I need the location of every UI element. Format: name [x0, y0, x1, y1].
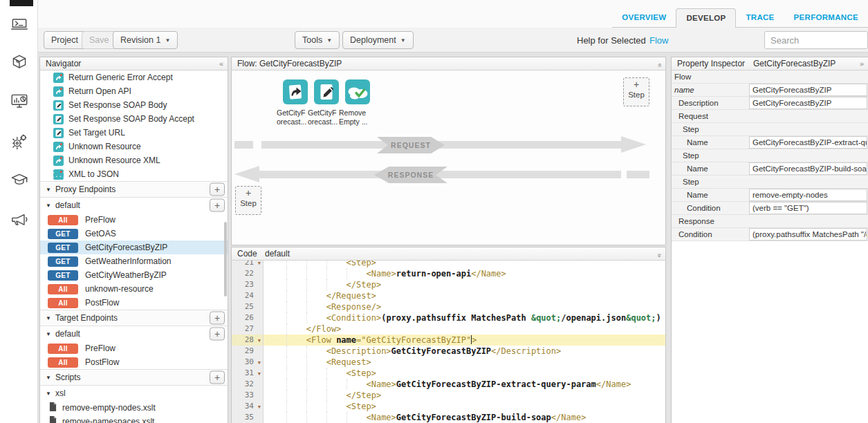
code-line[interactable]: 22<Name>return-open-api</Name> — [232, 268, 665, 279]
edit-step-icon[interactable] — [314, 79, 339, 104]
code-line[interactable]: 24</Request> — [232, 290, 665, 301]
navigator-file-item[interactable]: remove-namespaces.xslt — [40, 415, 228, 423]
flow-label: GetWeatherInformation — [85, 256, 172, 266]
add-button[interactable]: + — [210, 312, 225, 325]
megaphone-icon[interactable] — [9, 209, 30, 229]
tools-button[interactable]: Tools▼ — [295, 31, 340, 49]
code-line[interactable]: 32<Name>GetCityForecastByZIP-extract-que… — [232, 379, 665, 390]
code-token: </Flow> — [306, 324, 342, 334]
code-token: <Name> — [366, 413, 396, 422]
property-value[interactable]: GetCityForecastByZIP — [749, 97, 867, 109]
help-flow-link[interactable]: Flow — [649, 35, 668, 46]
policy-label: Set Response SOAP Body — [68, 100, 167, 110]
navigator-policy-item[interactable]: Set Response SOAP Body Accept — [40, 112, 228, 126]
fold-arrow-icon[interactable]: ▼ — [258, 402, 261, 413]
property-value[interactable]: (verb == "GET") — [749, 202, 867, 214]
code-line[interactable]: 34▼<Step> — [232, 401, 665, 412]
navigator-flow-preflow[interactable]: AllPreFlow — [40, 213, 228, 227]
add-button[interactable]: + — [210, 199, 225, 212]
add-step-request-button[interactable]: + Step — [623, 77, 649, 106]
add-button[interactable]: + — [210, 328, 225, 341]
code-line[interactable]: 23</Step> — [232, 279, 665, 290]
code-line[interactable]: 26<Condition>(proxy.pathsuffix MatchesPa… — [232, 312, 665, 323]
navigator-policy-item[interactable]: Set Response SOAP Body — [40, 98, 228, 112]
policy-label: Unknown Resource — [68, 142, 141, 151]
fold-arrow-icon[interactable]: ▼ — [258, 335, 261, 346]
tab-develop[interactable]: DEVELOP — [676, 8, 736, 28]
navigator-group-xsl[interactable]: ▼xsl — [40, 386, 228, 401]
navigator-group-default[interactable]: ▼default+ — [40, 198, 228, 213]
indent-guide — [266, 301, 286, 312]
navigator-flow-preflow[interactable]: AllPreFlow — [40, 341, 228, 355]
package-icon[interactable] — [9, 53, 30, 73]
navigator-title: Navigator — [46, 59, 81, 68]
indent-guide — [266, 357, 286, 368]
code-editor[interactable]: 21▼<Step>22<Name>return-open-api</Name>2… — [232, 261, 665, 423]
line-number: 28▼ — [232, 335, 264, 346]
save-button[interactable]: Save — [82, 31, 117, 49]
navigator-flow-getweatherinformation[interactable]: GETGetWeatherInformation — [40, 254, 228, 268]
collapse-left-icon[interactable]: « — [219, 57, 223, 70]
search-input[interactable] — [764, 31, 868, 49]
fold-arrow-icon[interactable]: ▼ — [258, 368, 261, 379]
tab-overview[interactable]: OVERVIEW — [612, 8, 676, 27]
property-value[interactable]: GetCityForecastByZIP-build-soap — [749, 162, 867, 175]
tab-performance[interactable]: PERFORMANCE — [784, 8, 868, 27]
navigator-policy-item[interactable]: Set Target URL — [40, 126, 228, 140]
navigator-scrollbar[interactable] — [224, 222, 227, 297]
navigator-section-scripts[interactable]: ▼Scripts+ — [40, 369, 228, 386]
navigator-section-proxy-endpoints[interactable]: ▼Proxy Endpoints+ — [40, 181, 228, 198]
navigator-file-item[interactable]: remove-empty-nodes.xslt — [40, 401, 228, 415]
navigator-flow-getoas[interactable]: GETGetOAS — [40, 227, 228, 241]
collapse-up-icon[interactable]: » — [652, 63, 665, 67]
add-button[interactable]: + — [210, 371, 225, 384]
terminal-icon[interactable] — [9, 14, 30, 35]
deployment-button[interactable]: Deployment▼ — [342, 31, 414, 49]
line-number: 26 — [232, 312, 264, 323]
navigator-flow-postflow[interactable]: AllPostFlow — [40, 296, 228, 310]
code-line[interactable]: 33</Step> — [232, 390, 665, 401]
navigator-flow-getcityweatherbyzip[interactable]: GETGetCityWeatherByZIP — [40, 268, 228, 282]
indent-guide — [326, 268, 347, 279]
fold-arrow-icon[interactable]: ▼ — [258, 357, 261, 368]
code-line[interactable]: 31▼<Step> — [232, 368, 665, 379]
indent-guide — [306, 301, 326, 312]
revision-button[interactable]: Revision 1▼ — [113, 31, 178, 49]
learn-icon[interactable] — [9, 170, 30, 191]
navigator-policy-item[interactable]: Unknown Resource XML — [40, 153, 228, 167]
navigator-flow-postflow[interactable]: AllPostFlow — [40, 355, 228, 369]
expand-down-icon[interactable]: » — [652, 253, 665, 257]
navigator-policy-item[interactable]: Return Open API — [40, 84, 228, 98]
code-line[interactable]: 28▼<Flow name="GetCityForecastByZIP"> — [232, 335, 665, 346]
collapse-right-icon[interactable]: » — [860, 57, 864, 70]
code-line[interactable]: 21▼<Step> — [232, 261, 665, 268]
redirect-icon — [53, 156, 64, 166]
checkcloud-step-icon[interactable] — [345, 79, 370, 104]
code-line[interactable]: 35<Name>GetCityForecastByZIP-build-soap<… — [232, 412, 665, 423]
navigator-policy-item[interactable]: {..}XML to JSON — [40, 167, 228, 181]
property-value[interactable]: GetCityForecastByZIP-extract-query-param — [749, 136, 867, 149]
code-line[interactable]: 29<Description>GetCityForecastByZIP</Des… — [232, 346, 665, 357]
code-tab-default[interactable]: default — [265, 247, 290, 261]
property-value[interactable]: remove-empty-nodes — [749, 189, 867, 201]
extract-step-icon[interactable] — [283, 79, 308, 104]
tab-trace[interactable]: TRACE — [736, 8, 784, 27]
line-number: 29 — [232, 346, 264, 357]
response-arrowhead-icon — [234, 166, 259, 182]
navigator-policy-item[interactable]: Return Generic Error Accept — [40, 70, 228, 84]
navigator-policy-item[interactable]: Unknown Resource — [40, 140, 228, 153]
code-line[interactable]: 27</Flow> — [232, 323, 665, 335]
analytics-icon[interactable] — [9, 91, 30, 112]
navigator-flow-unknown-resource[interactable]: Allunknown-resource — [40, 282, 228, 296]
property-value[interactable]: (proxy.pathsuffix MatchesPath "/c — [749, 228, 867, 241]
gears-icon[interactable] — [9, 131, 30, 152]
line-number: 21▼ — [232, 261, 264, 268]
property-value[interactable]: GetCityForecastByZIP — [749, 84, 867, 96]
navigator-section-target-endpoints[interactable]: ▼Target Endpoints+ — [40, 310, 228, 326]
code-line[interactable]: 30▼<Request> — [232, 357, 665, 368]
add-step-response-button[interactable]: + Step — [235, 186, 261, 215]
code-line[interactable]: 25<Response/> — [232, 301, 665, 312]
navigator-flow-getcityforecastbyzip[interactable]: GETGetCityForecastByZIP — [40, 241, 228, 254]
navigator-group-default[interactable]: ▼default+ — [40, 326, 228, 341]
add-button[interactable]: + — [210, 183, 225, 196]
